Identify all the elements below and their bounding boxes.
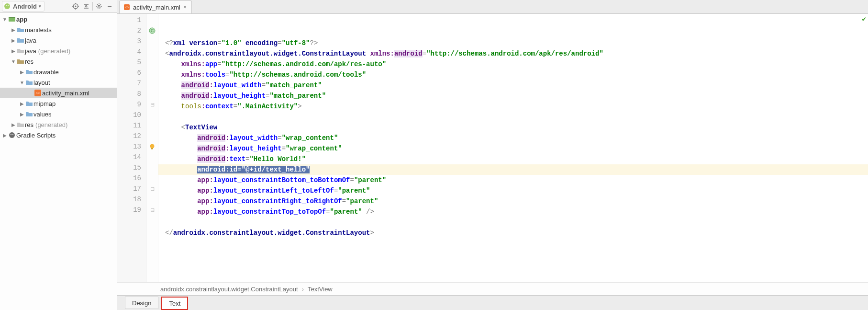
code-line[interactable]: android:text="Hello World!" bbox=[158, 154, 868, 164]
fold-handle-icon[interactable]: ⊟ bbox=[150, 102, 155, 108]
code-line[interactable]: <androidx.constraintlayout.widget.Constr… bbox=[158, 48, 868, 59]
svg-point-12 bbox=[11, 134, 11, 135]
folder-icon bbox=[25, 100, 33, 107]
expand-arrow-icon[interactable]: ▼ bbox=[2, 17, 8, 22]
project-view-mode[interactable]: Android ▾ bbox=[2, 1, 45, 11]
expand-arrow-icon[interactable]: ▶ bbox=[2, 133, 8, 138]
divider bbox=[92, 2, 93, 11]
svg-point-5 bbox=[98, 5, 100, 7]
tree-item[interactable]: ▶Gradle Scripts bbox=[0, 130, 117, 140]
tree-item[interactable]: ▶res(generated) bbox=[0, 119, 117, 130]
validation-ok-icon: ✔ bbox=[862, 15, 866, 23]
code-line[interactable]: xmlns:tools="http://schemas.android.com/… bbox=[158, 69, 868, 80]
folder-res-icon bbox=[16, 57, 25, 65]
folder-icon bbox=[25, 79, 33, 86]
editor-tab-title: activity_main.xml bbox=[133, 4, 180, 11]
svg-point-13 bbox=[12, 134, 13, 135]
code-line[interactable]: xmlns:app="http://schemas.android.com/ap… bbox=[158, 59, 868, 69]
tree-item-label: activity_main.xml bbox=[42, 90, 89, 97]
tree-item-suffix: (generated) bbox=[38, 47, 70, 55]
tree-item[interactable]: ▶drawable bbox=[0, 67, 117, 77]
code-line[interactable]: android:layout_width="wrap_content" bbox=[158, 133, 868, 143]
editor-tabs: <> activity_main.xml × bbox=[117, 0, 868, 14]
expand-arrow-icon[interactable]: ▼ bbox=[19, 80, 25, 85]
lightbulb-icon[interactable] bbox=[149, 143, 156, 150]
expand-arrow-icon[interactable]: ▶ bbox=[11, 27, 16, 33]
folder-icon bbox=[16, 36, 25, 44]
tab-design[interactable]: Design bbox=[125, 297, 158, 309]
tree-item[interactable]: ▶java bbox=[0, 35, 117, 46]
svg-rect-8 bbox=[9, 17, 15, 18]
expand-arrow-icon[interactable]: ▶ bbox=[19, 112, 25, 117]
xml-icon: <> bbox=[33, 89, 42, 97]
target-icon[interactable] bbox=[70, 1, 81, 11]
breadcrumb-item[interactable]: androidx.constraintlayout.widget.Constra… bbox=[160, 286, 298, 293]
tree-item[interactable]: ▼app bbox=[0, 14, 117, 24]
code-line[interactable] bbox=[158, 112, 868, 122]
code-line[interactable]: android:layout_height="match_parent" bbox=[158, 91, 868, 101]
minimize-icon[interactable] bbox=[104, 1, 115, 11]
tree-item-label: manifests bbox=[25, 26, 52, 34]
editor-tab-activity-main[interactable]: <> activity_main.xml × bbox=[119, 0, 192, 13]
close-icon[interactable]: × bbox=[183, 4, 187, 11]
tree-item-label: values bbox=[33, 111, 52, 118]
project-view-mode-label: Android bbox=[13, 3, 37, 10]
expand-arrow-icon[interactable]: ▶ bbox=[11, 122, 16, 127]
tree-item[interactable]: ▼layout bbox=[0, 77, 117, 88]
folder-icon bbox=[25, 68, 33, 76]
svg-point-18 bbox=[150, 144, 155, 149]
expand-arrow-icon[interactable]: ▼ bbox=[11, 59, 16, 64]
breadcrumb[interactable]: androidx.constraintlayout.widget.Constra… bbox=[117, 282, 868, 295]
code-editor[interactable]: 12345678910111213141516171819 C⊟⊟⊟ ✔ <?x… bbox=[117, 14, 868, 282]
line-gutter: 12345678910111213141516171819 bbox=[117, 14, 146, 282]
svg-text:<>: <> bbox=[35, 91, 40, 95]
breadcrumb-item[interactable]: TextView bbox=[308, 286, 333, 293]
class-marker-icon[interactable]: C bbox=[149, 27, 156, 34]
tree-item[interactable]: ▶manifests bbox=[0, 24, 117, 35]
expand-arrow-icon[interactable]: ▶ bbox=[11, 48, 16, 54]
code-line[interactable]: app:layout_constraintLeft_toLeftOf="pare… bbox=[158, 185, 868, 196]
code-line[interactable]: app:layout_constraintRight_toRightOf="pa… bbox=[158, 196, 868, 207]
folder-gen-icon bbox=[16, 47, 25, 55]
chevron-right-icon: › bbox=[302, 286, 304, 293]
code-line[interactable]: <?xml version="1.0" encoding="utf-8"?> bbox=[158, 38, 868, 48]
svg-point-11 bbox=[9, 132, 15, 138]
module-icon bbox=[8, 15, 16, 23]
svg-text:<>: <> bbox=[124, 5, 129, 10]
collapse-icon[interactable] bbox=[81, 1, 91, 11]
tree-item-label: java bbox=[25, 37, 36, 44]
tree-item-suffix: (generated) bbox=[35, 121, 67, 128]
project-toolbar: Android ▾ bbox=[0, 0, 117, 13]
svg-point-1 bbox=[6, 5, 7, 6]
code-line[interactable]: app:layout_constraintTop_toTopOf="parent… bbox=[158, 207, 868, 217]
expand-arrow-icon[interactable]: ▶ bbox=[11, 38, 16, 43]
fold-handle-icon[interactable]: ⊟ bbox=[150, 186, 155, 192]
marker-column: C⊟⊟⊟ bbox=[146, 14, 158, 282]
tree-item-label: drawable bbox=[33, 69, 59, 76]
svg-point-2 bbox=[8, 5, 9, 6]
code-line[interactable]: </androidx.constraintlayout.widget.Const… bbox=[158, 228, 868, 238]
code-line[interactable]: tools:context=".MainActivity"> bbox=[158, 101, 868, 112]
code-line[interactable]: app:layout_constraintBottom_toBottomOf="… bbox=[158, 175, 868, 185]
code-line[interactable]: android:layout_width="match_parent" bbox=[158, 80, 868, 91]
fold-handle-icon[interactable]: ⊟ bbox=[150, 207, 155, 213]
code-body[interactable]: ✔ <?xml version="1.0" encoding="utf-8"?>… bbox=[158, 14, 868, 282]
chevron-down-icon: ▾ bbox=[39, 4, 41, 9]
tree-item[interactable]: ▶mipmap bbox=[0, 98, 117, 109]
gear-icon[interactable] bbox=[94, 1, 104, 11]
folder-gen-icon bbox=[16, 121, 25, 128]
tree-item-label: Gradle Scripts bbox=[16, 132, 56, 139]
code-line[interactable]: <TextView bbox=[158, 122, 868, 133]
tree-item[interactable]: ▼res bbox=[0, 56, 117, 67]
expand-arrow-icon[interactable]: ▶ bbox=[19, 101, 25, 106]
tree-item[interactable]: ▶java(generated) bbox=[0, 46, 117, 56]
tree-item[interactable]: ▶values bbox=[0, 109, 117, 119]
code-line[interactable]: android:id="@+id/text_hello" bbox=[158, 164, 868, 175]
project-tree[interactable]: ▼app▶manifests▶java▶java(generated)▼res▶… bbox=[0, 13, 117, 310]
code-line[interactable]: android:layout_height="wrap_content" bbox=[158, 143, 868, 154]
tree-item[interactable]: <>activity_main.xml bbox=[0, 88, 117, 98]
expand-arrow-icon[interactable]: ▶ bbox=[19, 69, 25, 75]
code-line[interactable] bbox=[158, 217, 868, 228]
tree-item-label: layout bbox=[33, 79, 50, 86]
tab-text[interactable]: Text bbox=[161, 297, 188, 310]
